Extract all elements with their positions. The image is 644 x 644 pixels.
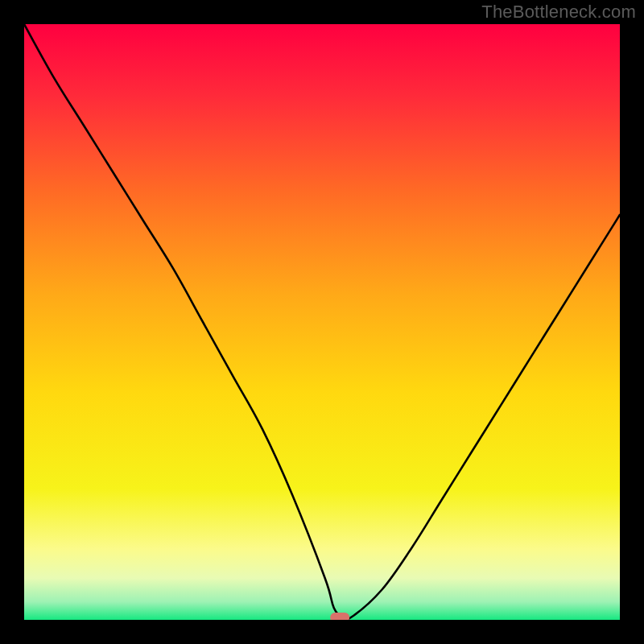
chart-frame: TheBottleneck.com bbox=[0, 0, 644, 644]
optimal-marker bbox=[330, 613, 349, 620]
bottleneck-chart bbox=[24, 24, 620, 620]
gradient-background bbox=[24, 24, 620, 620]
plot-area bbox=[24, 24, 620, 620]
watermark-text: TheBottleneck.com bbox=[481, 2, 636, 23]
